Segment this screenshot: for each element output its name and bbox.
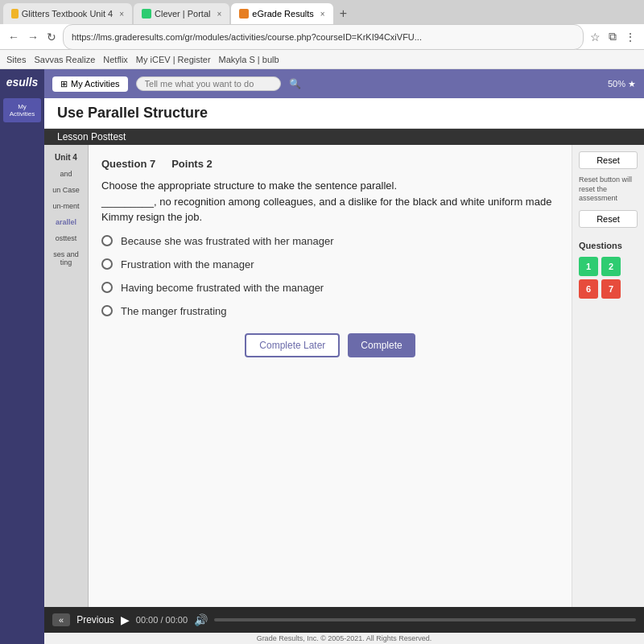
search-icon: 🔍 bbox=[289, 78, 301, 89]
questions-label: Questions bbox=[579, 241, 638, 250]
option-text-a: Because she was frustrated with her mana… bbox=[121, 235, 333, 247]
tab-favicon-glitters bbox=[11, 9, 19, 19]
answer-option-a[interactable]: Because she was frustrated with her mana… bbox=[101, 235, 559, 247]
option-text-d: The manger frustrating bbox=[121, 305, 227, 317]
right-panel: Reset Reset button will reset the assess… bbox=[572, 145, 644, 607]
my-activities-button[interactable]: ⊞ My Activities bbox=[52, 76, 128, 92]
question-num-6[interactable]: 6 bbox=[579, 279, 598, 299]
question-grid: 1 2 6 7 bbox=[579, 257, 638, 299]
grid-icon: ⊞ bbox=[60, 79, 68, 89]
bookmark-sites[interactable]: Sites bbox=[6, 55, 26, 64]
forward-button[interactable]: → bbox=[26, 29, 40, 45]
media-time: 00:00 / 00:00 bbox=[136, 615, 188, 625]
reset-button-top[interactable]: Reset bbox=[579, 151, 638, 169]
tab-grade-results[interactable]: eGrade Results × bbox=[231, 3, 332, 24]
tab-glitters[interactable]: Glitters Textbook Unit 4 × bbox=[3, 3, 132, 24]
radio-b[interactable] bbox=[101, 258, 113, 270]
left-nav-and[interactable]: and bbox=[47, 168, 85, 180]
action-buttons: Complete Later Complete bbox=[101, 333, 559, 357]
media-progress-bar[interactable] bbox=[214, 618, 636, 621]
reset-info-text: Reset button will reset the assessment bbox=[579, 175, 638, 204]
page-wrapper: ⊞ My Activities 🔍 50% ★ Use Parallel Str… bbox=[44, 69, 644, 644]
option-text-c: Having become frustrated with the manage… bbox=[121, 282, 324, 294]
my-activities-btn[interactable]: My Activities bbox=[5, 100, 39, 121]
complete-later-button[interactable]: Complete Later bbox=[245, 333, 340, 357]
bookmark-button[interactable]: ☆ bbox=[588, 29, 602, 45]
tab-clever[interactable]: Clever | Portal × bbox=[134, 3, 229, 24]
question-num-7[interactable]: 7 bbox=[601, 279, 621, 299]
refresh-button[interactable]: ↻ bbox=[45, 29, 58, 45]
left-nav-un-ment[interactable]: un-ment bbox=[47, 200, 85, 212]
footer-copyright: Grade Results, Inc. © 2005-2021. All Rig… bbox=[44, 633, 644, 644]
menu-button[interactable]: ⋮ bbox=[623, 29, 638, 45]
question-text: Choose the appropriate structure to make… bbox=[101, 178, 559, 225]
bookmark-icev[interactable]: My iCEV | Register bbox=[136, 55, 211, 64]
back-button[interactable]: ← bbox=[6, 29, 21, 45]
tab-label-grade: eGrade Results bbox=[252, 9, 313, 19]
radio-a[interactable] bbox=[101, 235, 113, 246]
lesson-label: Lesson Posttest bbox=[44, 129, 644, 145]
bookmark-savvas[interactable]: Savvas Realize bbox=[34, 55, 95, 64]
question-number: Question 7 bbox=[101, 158, 155, 170]
app-search-input[interactable] bbox=[136, 76, 281, 91]
my-activities-label: My Activities bbox=[71, 79, 120, 89]
question-area: Question 7 Points 2 Choose the appropria… bbox=[89, 145, 572, 607]
browser-chrome: Glitters Textbook Unit 4 × Clever | Port… bbox=[0, 0, 644, 69]
progress-badge: 50% ★ bbox=[608, 79, 636, 89]
media-volume-icon[interactable]: 🔊 bbox=[194, 613, 208, 626]
tab-label-glitters: Glitters Textbook Unit 4 bbox=[22, 9, 114, 19]
tab-close-glitters[interactable]: × bbox=[119, 10, 124, 19]
app-header: ⊞ My Activities 🔍 50% ★ bbox=[44, 69, 644, 98]
question-points: Points 2 bbox=[171, 158, 213, 170]
new-tab-button[interactable]: + bbox=[335, 6, 352, 21]
app-logo: esulls bbox=[3, 76, 41, 89]
answer-option-c[interactable]: Having become frustrated with the manage… bbox=[101, 282, 559, 294]
option-text-b: Frustration with the manager bbox=[121, 258, 254, 270]
tab-close-clever[interactable]: × bbox=[217, 10, 222, 19]
left-nav-un-case[interactable]: un Case bbox=[47, 184, 85, 196]
bookmarks-bar: Sites Savvas Realize Netflix My iCEV | R… bbox=[0, 50, 644, 69]
left-sidebar: esulls My Activities bbox=[0, 69, 44, 644]
left-nav: Unit 4 and un Case un-ment arallel ostte… bbox=[44, 145, 89, 607]
answer-option-b[interactable]: Frustration with the manager bbox=[101, 258, 559, 270]
bookmark-netflix[interactable]: Netflix bbox=[103, 55, 128, 64]
left-nav-ses-and-ting[interactable]: ses and ting bbox=[47, 249, 85, 268]
media-play-button[interactable]: ▶ bbox=[121, 613, 130, 626]
complete-button[interactable]: Complete bbox=[348, 333, 415, 357]
content-area: esulls My Activities ⊞ My Activities 🔍 5… bbox=[0, 69, 644, 644]
question-num-1[interactable]: 1 bbox=[579, 257, 598, 276]
page-title: Use Parallel Structure bbox=[44, 98, 644, 129]
address-input[interactable] bbox=[63, 24, 584, 50]
left-nav-arallel[interactable]: arallel bbox=[47, 217, 85, 228]
question-header: Question 7 Points 2 bbox=[101, 158, 559, 170]
left-nav-osttest[interactable]: osttest bbox=[47, 233, 85, 244]
address-bar: ← → ↻ ☆ ⧉ ⋮ bbox=[0, 24, 644, 50]
media-previous-label: Previous bbox=[76, 614, 114, 625]
answer-options: Because she was frustrated with her mana… bbox=[101, 235, 559, 317]
main-layout: Unit 4 and un Case un-ment arallel ostte… bbox=[44, 145, 644, 607]
tab-favicon-grade bbox=[239, 9, 249, 19]
answer-option-d[interactable]: The manger frustrating bbox=[101, 305, 559, 317]
extensions-button[interactable]: ⧉ bbox=[607, 28, 618, 45]
radio-c[interactable] bbox=[101, 282, 113, 293]
tab-close-grade[interactable]: × bbox=[320, 10, 325, 19]
tab-label-clever: Clever | Portal bbox=[155, 9, 211, 19]
media-back-button[interactable]: « bbox=[52, 613, 70, 626]
question-num-2[interactable]: 2 bbox=[601, 257, 621, 276]
reset-button-bottom[interactable]: Reset bbox=[579, 210, 638, 228]
tab-favicon-clever bbox=[142, 9, 151, 19]
tab-bar: Glitters Textbook Unit 4 × Clever | Port… bbox=[0, 0, 644, 24]
left-nav-unit: Unit 4 bbox=[47, 151, 85, 163]
media-bar: « Previous ▶ 00:00 / 00:00 🔊 bbox=[44, 607, 644, 633]
radio-d[interactable] bbox=[101, 305, 113, 316]
bookmark-makyla[interactable]: Makyla S | bulb bbox=[219, 55, 279, 64]
